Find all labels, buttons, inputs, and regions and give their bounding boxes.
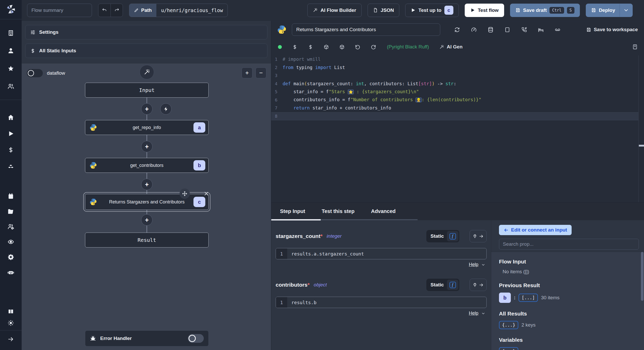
sidebar-item-star-icon[interactable] [0, 59, 22, 77]
toolbar-refresh-icon[interactable] [371, 44, 376, 50]
editor-phone-incoming-icon[interactable] [521, 27, 527, 33]
code-line-4[interactable]: 4def main(stargazers_count: int, contrib… [271, 80, 638, 88]
code-lines[interactable]: 1# import wmill2from typing import List3… [271, 55, 638, 202]
error-handler-node[interactable]: Error Handler [85, 330, 209, 346]
code-line-2[interactable]: 2from typing import List [271, 64, 638, 72]
deploy-dropdown-button[interactable] [620, 4, 632, 17]
ai-gen-button[interactable]: AI Gen [439, 44, 462, 50]
add-step-button[interactable]: + [141, 103, 152, 115]
error-handler-toggle[interactable] [188, 334, 204, 343]
flow-settings-button[interactable]: Settings [25, 25, 267, 39]
sidebar-item-boxes-icon[interactable] [0, 158, 22, 174]
trigger-bolt-button[interactable] [160, 103, 172, 115]
sidebar-item-settings-icon[interactable] [0, 249, 22, 264]
flow-node-input[interactable]: Input [85, 83, 209, 98]
sidebar-item-play-icon[interactable] [0, 125, 22, 142]
flow-node-a[interactable]: get_repo_info a [85, 120, 209, 135]
tab-advanced[interactable]: Advanced [363, 202, 404, 220]
sidebar-item-sun-icon[interactable] [0, 317, 22, 329]
connect-panel-scrollbar[interactable] [641, 252, 643, 301]
json-button[interactable]: JSON [368, 4, 400, 17]
sidebar-item-user-icon[interactable] [0, 42, 22, 59]
toolbar-dollar-icon[interactable] [292, 44, 298, 50]
code-line-7[interactable]: 7 return star_info + contributors_info [271, 104, 638, 112]
search-prop-input[interactable] [499, 239, 639, 250]
edit-or-connect-button[interactable]: Edit or connect an input [499, 225, 572, 235]
zoom-out-button[interactable]: − [256, 67, 266, 78]
deploy-button[interactable]: Deploy [586, 4, 633, 17]
flow-node-c-selected[interactable]: Returns Stargazers and Contributors c [85, 194, 209, 210]
path-edit-chip[interactable]: Path [129, 4, 156, 17]
static-javascript-toggle[interactable]: Static f [426, 230, 459, 242]
library-book-icon[interactable] [632, 44, 638, 50]
graph-ai-wand-button[interactable] [140, 65, 154, 79]
add-step-button[interactable]: + [141, 179, 152, 190]
chevron-down-icon[interactable] [481, 263, 485, 267]
all-static-inputs-button[interactable]: All Static Inputs [25, 44, 267, 58]
javascript-expression-segment[interactable]: f [447, 280, 458, 290]
static-javascript-toggle[interactable]: Static f [426, 279, 459, 291]
chevron-down-icon[interactable] [481, 312, 485, 315]
expression-editor[interactable]: 1 results.a.stargazers_count [276, 248, 487, 259]
sidebar-item-workers-icon[interactable] [0, 219, 22, 234]
delete-node-button[interactable] [201, 189, 211, 199]
sidebar-item-building-icon[interactable] [0, 24, 22, 42]
code-line-5[interactable]: 5 star_info = f"Stars ⭐ : {stargazers_co… [271, 88, 638, 96]
previous-result-expand-chip[interactable]: [...] [519, 294, 538, 302]
flow-summary-input[interactable] [27, 4, 92, 17]
flow-node-b[interactable]: get_contributors b [85, 158, 209, 173]
javascript-expression-segment[interactable]: f [447, 231, 458, 241]
code-line-6[interactable]: 6 contributors_info = f"Number of contri… [271, 96, 638, 104]
add-step-button[interactable]: + [141, 141, 152, 152]
editor-square-icon[interactable] [504, 27, 510, 33]
toolbar-rotate-ccw-icon[interactable] [355, 44, 360, 50]
editor-gauge-icon[interactable] [471, 27, 477, 33]
sidebar-item-calendar-icon[interactable] [0, 189, 22, 204]
expression-value[interactable]: results.b [287, 297, 321, 308]
sidebar-item-eye-icon[interactable] [0, 234, 22, 249]
windmill-logo-icon[interactable] [5, 4, 16, 15]
expression-editor[interactable]: 1 results.b [276, 297, 487, 308]
expression-value[interactable]: results.a.stargazers_count [287, 248, 368, 259]
variables-expand-chip[interactable]: {...} [499, 347, 518, 350]
tab-step-input[interactable]: Step Input [272, 202, 313, 220]
toolbar-package-icon[interactable] [324, 44, 329, 50]
editor-sync-icon[interactable] [454, 27, 460, 33]
test-up-to-button[interactable]: Test up to c [405, 4, 459, 17]
code-line-1[interactable]: 1# import wmill [271, 55, 638, 64]
sidebar-item-dollar-icon[interactable] [0, 142, 22, 158]
test-flow-button[interactable]: Test flow [465, 4, 504, 17]
sidebar-item-arrow-right-icon[interactable] [0, 333, 22, 345]
sidebar-item-folder-icon[interactable] [0, 204, 22, 219]
flow-node-result[interactable]: Result [85, 233, 209, 247]
redo-button[interactable] [111, 4, 123, 17]
ai-flow-builder-button[interactable]: AI Flow Builder [307, 4, 361, 17]
add-step-button[interactable]: + [141, 214, 152, 226]
save-draft-button[interactable]: Save draft Ctrl S [510, 4, 580, 17]
undo-button[interactable] [98, 4, 111, 17]
code-line-8[interactable]: 8 [271, 112, 638, 121]
connect-input-button[interactable] [470, 279, 487, 291]
save-to-workspace-button[interactable]: Save to workspace [586, 27, 638, 32]
help-link[interactable]: Help [469, 311, 478, 316]
zoom-in-button[interactable]: + [242, 67, 252, 78]
tab-test-this-step[interactable]: Test this step [313, 202, 363, 220]
editor-overview-ruler[interactable] [638, 55, 644, 202]
step-title-input[interactable] [292, 23, 440, 36]
toolbar-package-icon[interactable] [339, 44, 345, 50]
sidebar-item-robot-icon[interactable] [0, 264, 22, 280]
dataflow-toggle[interactable] [27, 69, 43, 77]
flow-graph-canvas[interactable]: dataflow + − Input + get_repo_info a + g… [22, 63, 271, 350]
toolbar-dollar-icon[interactable] [308, 44, 313, 50]
path-field[interactable]: Path u/henri/gracious_flow [129, 4, 228, 17]
help-link[interactable]: Help [469, 262, 478, 267]
previous-result-step-badge[interactable]: b [499, 293, 511, 303]
connect-input-button[interactable] [470, 230, 487, 242]
editor-bed-icon[interactable] [538, 27, 544, 33]
sidebar-item-home-icon[interactable] [0, 109, 22, 125]
editor-database-icon[interactable] [488, 27, 494, 33]
sidebar-item-book-open-icon[interactable] [0, 305, 22, 317]
code-line-3[interactable]: 3 [271, 72, 638, 80]
sidebar-item-users-icon[interactable] [0, 77, 22, 95]
move-node-handle[interactable] [180, 189, 190, 199]
